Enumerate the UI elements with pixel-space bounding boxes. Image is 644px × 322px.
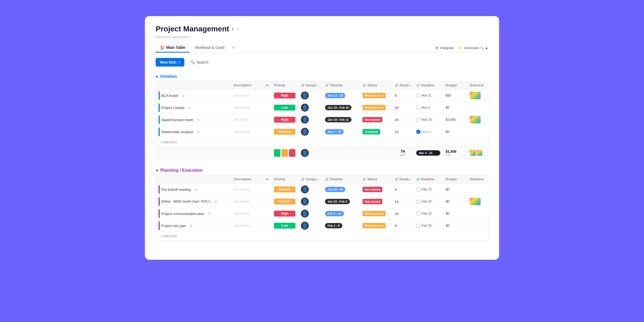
td-deliverable [467,90,488,101]
summary-priority [271,148,298,158]
td-budget: $0 [443,104,467,111]
td-budget: $50 [443,92,467,99]
section-toggle-planning[interactable]: ● [156,168,158,173]
td-timeline: Jan 20 - 28 [322,185,360,194]
section-toggle-initiation[interactable]: ● [156,74,158,79]
star-icon[interactable]: ☆ [236,27,240,32]
row-color-bar [159,209,160,218]
row-color-bar [159,103,160,112]
td-duration: 8 [392,92,414,99]
th-swap-icon: ⇔ [263,81,271,89]
td-deliverable [467,212,488,215]
td-swap [263,212,271,215]
td-assign: 👤 [298,220,322,231]
td-status: Working on it [360,103,392,112]
td-description[interactable]: Add details [231,92,263,99]
row-add-icon[interactable]: ⊕ [194,187,197,192]
td-assign: 👤 [298,196,322,207]
summary-budget: $1,550 sum [443,148,467,158]
td-budget: $0 [443,210,467,217]
td-swap [263,106,271,109]
th-budget: Budget [443,81,467,89]
td-description[interactable]: Add details [231,116,263,123]
td-swap [263,130,271,133]
page-title: Project Management [156,25,229,33]
td-timeline: Jan 23 - Feb 5 [322,197,360,206]
td-description[interactable]: Add details [231,128,263,135]
section-title-planning: Planning / Execution [160,168,203,173]
th-status: 🔗Status [360,175,392,183]
th-status: 🔗Status [360,81,392,89]
td-deliverable [467,130,488,133]
integrate-icon: ⚙ [436,46,439,50]
row-color-bar [159,115,160,124]
search-button[interactable]: 🔍 Search [188,58,211,66]
td-duration: 29 [392,104,414,111]
row-add-icon[interactable]: ⊕ [188,105,191,110]
th-priority: Priority [271,175,298,183]
td-timeline: Feb 2 - 11 [322,209,360,218]
avatar: 👤 [301,92,309,100]
summary-duration: 74 sum [392,148,414,158]
td-description[interactable]: Add details [231,104,263,111]
td-name: BCA board ⊕ [156,90,231,101]
tab-main-table[interactable]: 🏠 Main Table [156,43,189,53]
td-priority: Medium [271,185,298,194]
table-row: BCA board ⊕ Add details High 👤 Jan 12 - … [156,90,488,102]
row-color-bar [159,197,160,206]
th-name [156,177,231,181]
tab-add-button[interactable]: + [230,44,237,52]
td-status: Complete [360,127,392,136]
deadline-circle [416,211,420,216]
td-description[interactable]: Add details [231,186,263,193]
td-description[interactable]: Add details [231,198,263,205]
section-planning: ● Planning / Execution Description ⇔ Pri… [156,168,488,240]
td-priority: Low [271,103,298,112]
td-status: Not started [360,115,392,124]
td-duration: 10 [392,210,414,217]
deliverable-thumb [470,92,481,99]
row-add-icon[interactable]: ⊕ [196,117,200,122]
integrate-button[interactable]: ⚙ Integrate [436,46,454,50]
add-item-button-planning[interactable]: + Add Item [156,232,488,240]
td-duration: 14 [392,198,414,205]
td-budget: $0 [443,186,467,193]
td-budget: $0 [443,128,467,135]
automate-button[interactable]: ⚡ Automate / 1 ▲ [458,46,488,50]
td-description[interactable]: Add details [231,210,263,217]
info-icon[interactable]: ℹ [232,27,233,32]
tabs-right: ⚙ Integrate ⚡ Automate / 1 ▲ [436,46,488,50]
tab-workload-gantt[interactable]: Workload & Gantt [191,43,229,53]
main-container: Project Management ℹ ☆ Add board descrip… [145,16,499,260]
td-priority: High [271,115,298,124]
td-description[interactable]: Add details [231,222,263,229]
avatar: 👤 [301,128,309,136]
row-add-icon[interactable]: ⊕ [181,93,185,98]
td-timeline: Feb 1 - 9 [322,221,360,230]
avatar: 👤 [301,222,309,230]
new-item-chevron-icon: ▼ [178,61,181,64]
board-description[interactable]: Add board description [156,35,488,39]
add-item-button[interactable]: + Add Item [156,138,488,146]
th-assign: 🔗Assign... [298,81,322,89]
td-assign: 👤 [298,114,322,125]
td-name: Project Charter ⊕ [156,102,231,114]
table-row: Define - WBS/ Gantt chart / RACI / ⊕ Add… [156,196,488,208]
row-add-icon[interactable]: ⊕ [189,223,193,228]
avatar: 👤 [301,104,309,112]
row-add-icon[interactable]: ⊕ [197,129,200,134]
summary-avatar: 👤 [298,147,322,159]
td-timeline: Jan 12 - 19 [322,91,360,100]
deliverable-thumb [470,116,481,123]
td-status: Not started [360,197,392,206]
table-row: Project risk plan ⊕ Add details Low 👤 Fe… [156,220,488,232]
td-swap [263,188,271,191]
td-deadline: Mar 10 [414,116,443,123]
row-add-icon[interactable]: ⊕ [207,211,211,216]
row-color-bar [159,127,160,136]
row-add-icon[interactable]: ⊕ [214,199,217,204]
td-budget: $1,500 [443,116,467,123]
td-deliverable [467,188,488,191]
new-item-button[interactable]: New Item ▼ [156,58,184,67]
toolbar: New Item ▼ 🔍 Search [156,58,488,67]
